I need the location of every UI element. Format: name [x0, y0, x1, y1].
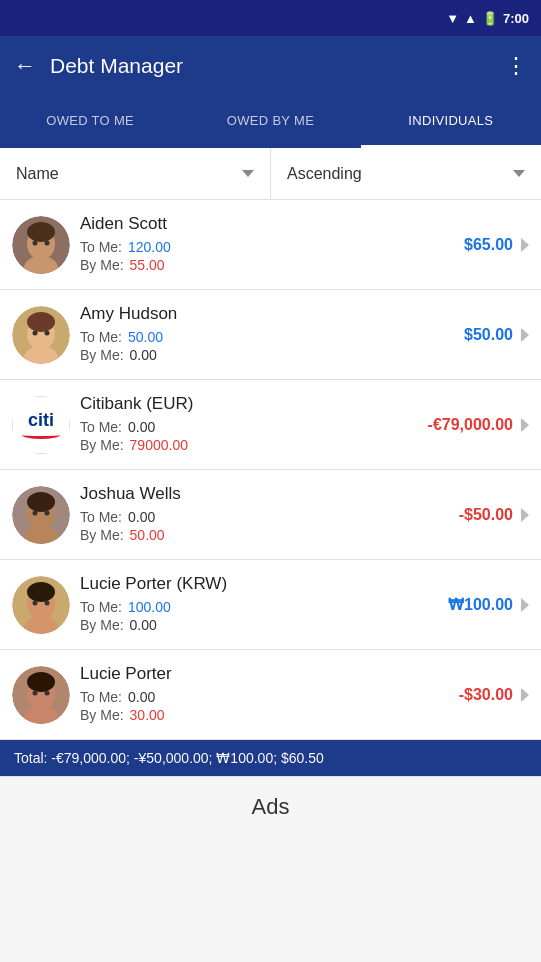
back-button[interactable]: ← — [14, 53, 36, 79]
by-me-label-aiden-scott: By Me: — [80, 257, 124, 273]
chevron-right-amy-hudson — [521, 328, 529, 342]
sort-order-dropdown[interactable]: Ascending — [271, 148, 541, 199]
person-info-lucie-porter: Lucie Porter To Me: 0.00 By Me: 30.00 — [70, 664, 433, 725]
person-info-joshua-wells: Joshua Wells To Me: 0.00 By Me: 50.00 — [70, 484, 433, 545]
avatar-citibank-eur: citi — [12, 396, 70, 454]
svg-point-33 — [33, 690, 38, 695]
svg-point-5 — [33, 240, 38, 245]
by-me-row-amy-hudson: By Me: 0.00 — [80, 347, 423, 363]
by-me-value-lucie-porter: 30.00 — [130, 707, 165, 723]
to-me-row-aiden-scott: To Me: 120.00 — [80, 239, 423, 255]
svg-point-26 — [33, 600, 38, 605]
svg-point-34 — [45, 690, 50, 695]
citibank-logo: citi — [12, 396, 70, 454]
sort-name-chevron — [242, 170, 254, 177]
svg-point-13 — [45, 330, 50, 335]
by-me-label-amy-hudson: By Me: — [80, 347, 124, 363]
svg-point-27 — [45, 600, 50, 605]
net-amount-lucie-porter: -$30.00 — [433, 686, 513, 704]
sort-order-label: Ascending — [287, 165, 362, 183]
time-display: 7:00 — [503, 11, 529, 26]
avatar-amy-hudson — [12, 306, 70, 364]
net-amount-lucie-porter-krw: ₩100.00 — [433, 595, 513, 614]
svg-point-12 — [33, 330, 38, 335]
person-info-lucie-porter-krw: Lucie Porter (KRW) To Me: 100.00 By Me: … — [70, 574, 433, 635]
svg-point-32 — [27, 672, 55, 692]
tab-individuals[interactable]: INDIVIDUALS — [361, 96, 541, 148]
by-me-row-aiden-scott: By Me: 55.00 — [80, 257, 423, 273]
to-me-row-joshua-wells: To Me: 0.00 — [80, 509, 423, 525]
to-me-value-joshua-wells: 0.00 — [128, 509, 155, 525]
by-me-row-lucie-porter-krw: By Me: 0.00 — [80, 617, 423, 633]
to-me-row-lucie-porter-krw: To Me: 100.00 — [80, 599, 423, 615]
person-name-aiden-scott: Aiden Scott — [80, 214, 423, 234]
by-me-value-joshua-wells: 50.00 — [130, 527, 165, 543]
to-me-row-amy-hudson: To Me: 50.00 — [80, 329, 423, 345]
person-name-joshua-wells: Joshua Wells — [80, 484, 423, 504]
list-item-lucie-porter[interactable]: Lucie Porter To Me: 0.00 By Me: 30.00 -$… — [0, 650, 541, 740]
svg-point-11 — [27, 312, 55, 332]
battery-icon: 🔋 — [482, 11, 498, 26]
sort-bar: Name Ascending — [0, 148, 541, 200]
net-amount-aiden-scott: $65.00 — [433, 236, 513, 254]
ads-label: Ads — [252, 794, 290, 820]
svg-point-4 — [27, 222, 55, 242]
to-me-label-lucie-porter-krw: To Me: — [80, 599, 122, 615]
app-header: ← Debt Manager ⋮ — [0, 36, 541, 96]
to-me-row-citibank-eur: To Me: 0.00 — [80, 419, 418, 435]
net-amount-amy-hudson: $50.00 — [433, 326, 513, 344]
by-me-label-joshua-wells: By Me: — [80, 527, 124, 543]
svg-point-20 — [45, 510, 50, 515]
avatar-joshua-wells — [12, 486, 70, 544]
chevron-right-joshua-wells — [521, 508, 529, 522]
tab-owed-by-me[interactable]: OWED BY ME — [180, 96, 360, 148]
tab-owed-to-me[interactable]: OWED TO ME — [0, 96, 180, 148]
sort-name-dropdown[interactable]: Name — [0, 148, 271, 199]
by-me-value-aiden-scott: 55.00 — [130, 257, 165, 273]
avatar-aiden-scott — [12, 216, 70, 274]
person-name-citibank-eur: Citibank (EUR) — [80, 394, 418, 414]
person-info-aiden-scott: Aiden Scott To Me: 120.00 By Me: 55.00 — [70, 214, 433, 275]
list-item-aiden-scott[interactable]: Aiden Scott To Me: 120.00 By Me: 55.00 $… — [0, 200, 541, 290]
by-me-row-citibank-eur: By Me: 79000.00 — [80, 437, 418, 453]
to-me-value-lucie-porter-krw: 100.00 — [128, 599, 171, 615]
to-me-label-joshua-wells: To Me: — [80, 509, 122, 525]
by-me-label-citibank-eur: By Me: — [80, 437, 124, 453]
chevron-right-lucie-porter-krw — [521, 598, 529, 612]
person-name-amy-hudson: Amy Hudson — [80, 304, 423, 324]
ads-bar: Ads — [0, 776, 541, 836]
status-icons: ▼ ▲ 🔋 7:00 — [446, 11, 529, 26]
person-name-lucie-porter: Lucie Porter — [80, 664, 423, 684]
list-item-lucie-porter-krw[interactable]: Lucie Porter (KRW) To Me: 100.00 By Me: … — [0, 560, 541, 650]
by-me-value-citibank-eur: 79000.00 — [130, 437, 188, 453]
by-me-row-lucie-porter: By Me: 30.00 — [80, 707, 423, 723]
by-me-label-lucie-porter-krw: By Me: — [80, 617, 124, 633]
wifi-icon: ▼ — [446, 11, 459, 26]
by-me-value-amy-hudson: 0.00 — [130, 347, 157, 363]
avatar-lucie-porter — [12, 666, 70, 724]
chevron-right-lucie-porter — [521, 688, 529, 702]
sort-order-chevron — [513, 170, 525, 177]
menu-button[interactable]: ⋮ — [505, 53, 527, 79]
by-me-label-lucie-porter: By Me: — [80, 707, 124, 723]
svg-point-18 — [27, 492, 55, 512]
by-me-row-joshua-wells: By Me: 50.00 — [80, 527, 423, 543]
person-info-citibank-eur: Citibank (EUR) To Me: 0.00 By Me: 79000.… — [70, 394, 428, 455]
to-me-value-aiden-scott: 120.00 — [128, 239, 171, 255]
chevron-right-aiden-scott — [521, 238, 529, 252]
list-item-joshua-wells[interactable]: Joshua Wells To Me: 0.00 By Me: 50.00 -$… — [0, 470, 541, 560]
to-me-label-citibank-eur: To Me: — [80, 419, 122, 435]
person-info-amy-hudson: Amy Hudson To Me: 50.00 By Me: 0.00 — [70, 304, 433, 365]
list-item-amy-hudson[interactable]: Amy Hudson To Me: 50.00 By Me: 0.00 $50.… — [0, 290, 541, 380]
to-me-label-lucie-porter: To Me: — [80, 689, 122, 705]
net-amount-joshua-wells: -$50.00 — [433, 506, 513, 524]
avatar-lucie-porter-krw — [12, 576, 70, 634]
header-title: Debt Manager — [50, 54, 491, 78]
svg-point-6 — [45, 240, 50, 245]
svg-point-25 — [27, 582, 55, 602]
to-me-value-amy-hudson: 50.00 — [128, 329, 163, 345]
to-me-value-citibank-eur: 0.00 — [128, 419, 155, 435]
list-item-citibank-eur[interactable]: citi Citibank (EUR) To Me: 0.00 By Me: 7… — [0, 380, 541, 470]
sort-name-label: Name — [16, 165, 59, 183]
to-me-label-amy-hudson: To Me: — [80, 329, 122, 345]
